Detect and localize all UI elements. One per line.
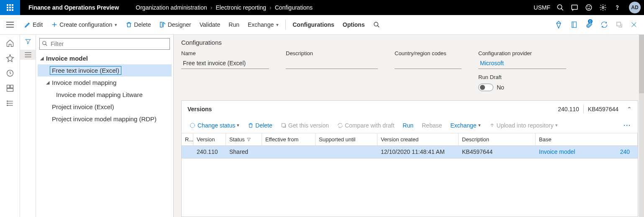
chevron-up-icon[interactable]: ⌃ [623, 106, 632, 112]
attachment-icon[interactable]: 0 [584, 21, 595, 28]
list-toggle[interactable] [20, 50, 36, 60]
svg-rect-22 [7, 85, 10, 88]
plus-icon [51, 21, 58, 28]
configurations-button[interactable]: Configurations [288, 15, 339, 35]
home-icon[interactable] [6, 39, 14, 47]
svg-rect-37 [282, 123, 285, 127]
topbar-right: USMF AD [534, 2, 644, 13]
breadcrumb-item[interactable]: Organization administration [136, 4, 207, 11]
col-description[interactable]: Description [459, 133, 536, 146]
top-bar: Finance and Operations Preview Organizat… [0, 0, 644, 15]
validate-button[interactable]: Validate [195, 15, 225, 35]
base-version-link[interactable]: 240 [620, 148, 630, 156]
chevron-down-icon: ▾ [237, 123, 239, 128]
base-link[interactable]: Invoice model [539, 148, 575, 156]
separator [285, 20, 286, 30]
delete-label: Delete [134, 21, 151, 28]
country-value[interactable] [395, 59, 462, 69]
clock-icon[interactable] [6, 69, 14, 77]
description-value[interactable] [286, 59, 378, 69]
svg-point-28 [7, 101, 8, 102]
provider-label: Configuration provider [478, 50, 566, 56]
left-rail [0, 35, 20, 217]
name-field: Name Free text invoice (Excel) [181, 50, 269, 91]
breadcrumb-item[interactable]: Electronic reporting [216, 4, 266, 11]
app-title: Finance and Operations Preview [20, 4, 127, 11]
tree-item-project-invoice[interactable]: Project invoice (Excel) [38, 101, 172, 113]
filter-icon[interactable] [25, 38, 31, 45]
breadcrumb: Organization administration › Electronic… [127, 4, 534, 11]
col-supported[interactable]: Supported until [316, 133, 377, 146]
modules-icon[interactable] [6, 99, 14, 107]
create-configuration-button[interactable]: Create configuration ▾ [47, 15, 121, 35]
description-field: Description [286, 50, 378, 91]
star-icon[interactable] [6, 54, 14, 62]
create-label: Create configuration [59, 21, 112, 28]
rebase-button: Rebase [418, 122, 445, 129]
delete-button[interactable]: Delete [121, 15, 155, 35]
breadcrumb-item[interactable]: Configurations [275, 4, 313, 11]
workspace-icon[interactable] [6, 84, 14, 92]
menu-toggle-button[interactable] [0, 15, 20, 35]
smile-icon[interactable] [585, 3, 593, 12]
provider-field: Configuration provider Microsoft Run Dra… [478, 50, 566, 91]
tree-item-invoice-model[interactable]: ◢ Invoice model [38, 52, 172, 64]
diamond-icon[interactable] [553, 20, 564, 29]
tree-panel: ◢ Invoice model Free text invoice (Excel… [36, 35, 174, 217]
refresh-icon[interactable] [599, 21, 610, 28]
col-status[interactable]: Status [226, 133, 262, 146]
search-button[interactable] [369, 15, 384, 35]
col-version[interactable]: Version [193, 133, 226, 146]
col-base[interactable]: Base [536, 133, 638, 146]
rundraft-toggle[interactable] [478, 84, 493, 91]
options-button[interactable]: Options [339, 15, 369, 35]
help-icon[interactable] [613, 3, 621, 12]
change-status-button[interactable]: Change status ▾ [186, 122, 243, 129]
cell-status: Shared [226, 146, 262, 158]
description-label: Description [286, 50, 378, 56]
book-icon[interactable] [569, 21, 580, 28]
exchange-button[interactable]: Exchange ▾ [244, 15, 283, 35]
rundraft-value: No [497, 84, 504, 91]
popout-icon[interactable] [614, 21, 625, 28]
svg-line-1 [561, 8, 563, 10]
close-icon[interactable] [629, 21, 639, 28]
col-revision[interactable]: R... [182, 133, 193, 146]
name-label: Name [181, 50, 269, 56]
filter-input[interactable] [39, 38, 170, 50]
tree-item-project-invoice-mapping[interactable]: Project invoice model mapping (RDP) [38, 113, 172, 125]
exchange-version-button[interactable]: Exchange ▾ [447, 122, 484, 129]
caret-down-icon[interactable]: ◢ [40, 56, 46, 61]
table-row[interactable]: 240.110 Shared 12/10/2020 11:48:41 AM KB… [182, 146, 638, 158]
avatar[interactable]: AD [629, 2, 641, 13]
chat-icon[interactable] [570, 3, 579, 12]
options-label: Options [343, 21, 365, 28]
col-created[interactable]: Version created [377, 133, 459, 146]
rundraft-label: Run Draft [478, 74, 566, 80]
caret-down-icon[interactable]: ◢ [46, 80, 52, 85]
search-icon[interactable] [556, 3, 564, 12]
cell-created: 12/10/2020 11:48:41 AM [377, 146, 459, 158]
provider-value[interactable]: Microsoft [478, 59, 566, 69]
filter-icon [246, 137, 251, 142]
tree-item-invoice-model-mapping-litware[interactable]: Invoice model mapping Litware [38, 89, 172, 101]
designer-label: Designer [168, 21, 191, 28]
name-value[interactable]: Free text invoice (Excel) [181, 59, 269, 69]
exchange-label: Exchange [248, 21, 274, 28]
designer-button[interactable]: Designer [155, 15, 195, 35]
scrollbar-thumb[interactable] [639, 35, 644, 93]
delete-version-button[interactable]: Delete [244, 122, 275, 129]
edit-button[interactable]: Edit [20, 15, 47, 35]
waffle-button[interactable] [0, 0, 20, 15]
svg-rect-16 [572, 22, 577, 28]
gear-icon[interactable] [599, 3, 607, 12]
tree-item-invoice-model-mapping[interactable]: ◢ Invoice model mapping [38, 77, 172, 89]
more-button[interactable]: ··· [621, 122, 634, 129]
cell-supported [316, 146, 377, 158]
tree-item-free-text-invoice[interactable]: Free text invoice (Excel) [38, 64, 172, 77]
company-label[interactable]: USMF [534, 4, 550, 11]
run-button[interactable]: Run [224, 15, 244, 35]
col-effective[interactable]: Effective from [262, 133, 316, 146]
run-version-button[interactable]: Run [399, 122, 417, 129]
svg-line-15 [377, 26, 379, 27]
